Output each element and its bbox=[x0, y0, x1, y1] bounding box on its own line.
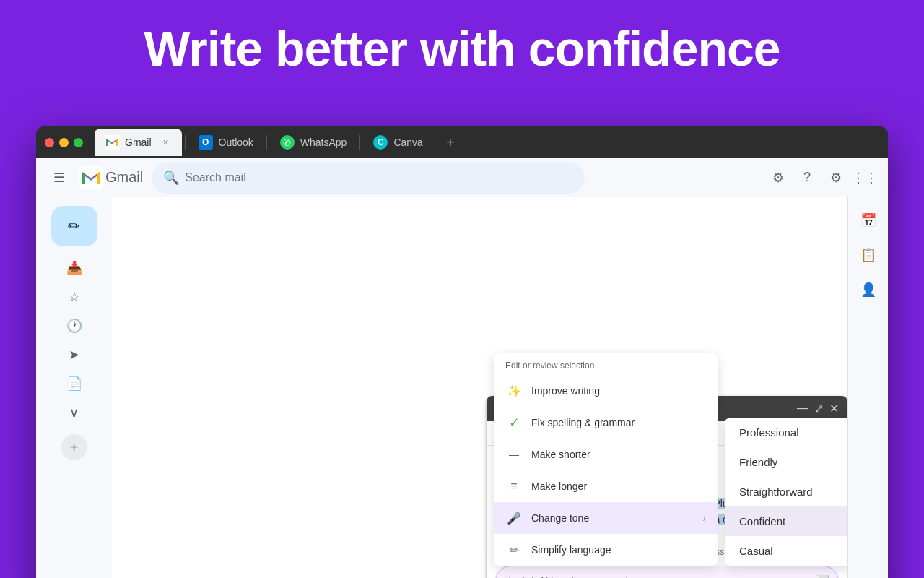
gmail-main-content: Meeting for Tomorrow at 10 am — ⤢ ✕ Reci… bbox=[112, 197, 847, 578]
tone-label: Change tone bbox=[531, 512, 694, 524]
shorter-icon: — bbox=[505, 446, 523, 463]
tab-whatsapp[interactable]: ✆ WhatsApp bbox=[270, 129, 357, 156]
shorter-label: Make shorter bbox=[531, 449, 706, 460]
sidebar-item-drafts[interactable]: 📄 bbox=[45, 371, 103, 397]
hamburger-icon: ☰ bbox=[53, 170, 65, 186]
dropdown-item-shorter[interactable]: — Make shorter bbox=[494, 439, 718, 470]
apps-icon[interactable]: ⋮⋮ bbox=[853, 166, 876, 189]
tone-friendly[interactable]: Friendly bbox=[725, 447, 847, 477]
sidebar-item-more[interactable]: ∨ bbox=[45, 400, 103, 426]
longer-icon: ≡ bbox=[505, 478, 523, 495]
hero-section: Write better with confidence bbox=[0, 0, 924, 126]
gmail-header-icons: ⚙ ? ⚙ ⋮⋮ bbox=[767, 166, 876, 189]
right-sidebar-calendar-icon[interactable]: 📅 bbox=[854, 206, 883, 235]
hero-title: Write better with confidence bbox=[0, 22, 924, 76]
maximize-button[interactable] bbox=[74, 138, 83, 147]
gmail-app: ☰ Gmail 🔍 ⚙ ? ⚙ ⋮⋮ bbox=[36, 158, 888, 578]
tab-gmail[interactable]: Gmail ✕ bbox=[95, 129, 182, 156]
tone-icon: 🎤 bbox=[505, 509, 523, 527]
tab-gmail-label: Gmail bbox=[125, 137, 152, 148]
minimize-button[interactable] bbox=[59, 138, 69, 147]
longer-label: Make longer bbox=[531, 480, 706, 492]
help-icon[interactable]: ? bbox=[796, 166, 819, 189]
dropdown-item-longer[interactable]: ≡ Make longer bbox=[494, 470, 718, 502]
tone-submenu: Professional Friendly Straightforward Co… bbox=[725, 418, 847, 566]
compose-button[interactable]: ✏ bbox=[51, 206, 97, 246]
compose-controls: — ⤢ ✕ bbox=[797, 402, 839, 415]
right-sidebar-add-icon[interactable]: + bbox=[854, 573, 883, 578]
right-sidebar-tasks-icon[interactable]: 📋 bbox=[854, 241, 883, 269]
gmail-icon bbox=[105, 135, 119, 150]
traffic-lights bbox=[45, 138, 83, 147]
tab-divider-1 bbox=[185, 135, 186, 150]
sidebar-item-sent[interactable]: ➤ bbox=[45, 342, 103, 368]
tone-professional[interactable]: Professional bbox=[725, 418, 847, 447]
sidebar-add-button[interactable]: + bbox=[61, 434, 87, 460]
gmail-search-bar[interactable]: 🔍 bbox=[152, 162, 585, 194]
new-tab-button[interactable]: + bbox=[439, 131, 462, 154]
compose-expand-button[interactable]: ⤢ bbox=[814, 402, 824, 415]
compose-close-button[interactable]: ✕ bbox=[829, 402, 839, 415]
settings-filter-icon[interactable]: ⚙ bbox=[767, 166, 790, 189]
gmail-right-sidebar: 📅 📋 👤 + bbox=[847, 197, 888, 578]
browser-titlebar: Gmail ✕ O Outlook ✆ WhatsApp bbox=[36, 126, 888, 158]
close-button[interactable] bbox=[45, 138, 54, 147]
sidebar-item-starred[interactable]: ☆ bbox=[45, 284, 103, 310]
right-sidebar-contacts-icon[interactable]: 👤 bbox=[854, 275, 883, 304]
ai-more-icon[interactable]: ••• bbox=[798, 575, 809, 578]
tab-outlook-label: Outlook bbox=[219, 137, 253, 148]
tab-whatsapp-label: WhatsApp bbox=[300, 137, 347, 148]
dropdown-header: Edit or review selection bbox=[494, 353, 718, 375]
dropdown-item-fix[interactable]: ✓ Fix spelling & grammar bbox=[494, 407, 718, 439]
tab-divider-2 bbox=[266, 135, 267, 150]
gmail-logo: Gmail bbox=[79, 166, 143, 189]
compose-window: Meeting for Tomorrow at 10 am — ⤢ ✕ Reci… bbox=[487, 396, 847, 578]
menu-icon[interactable]: ☰ bbox=[48, 166, 71, 189]
outlook-icon: O bbox=[199, 135, 213, 150]
simplify-icon: ✏ bbox=[505, 541, 523, 558]
browser-window: Gmail ✕ O Outlook ✆ WhatsApp bbox=[36, 126, 888, 578]
dropdown-item-tone[interactable]: 🎤 Change tone › bbox=[494, 502, 718, 534]
fix-label: Fix spelling & grammar bbox=[531, 417, 706, 428]
dropdown-item-simplify[interactable]: ✏ Simplify language bbox=[494, 534, 718, 566]
improve-icon: ✨ bbox=[505, 382, 523, 400]
ai-input[interactable] bbox=[520, 575, 777, 578]
compose-icon: ✏ bbox=[68, 217, 80, 235]
ai-expand-icon[interactable]: ⬜ bbox=[815, 574, 829, 579]
ai-dropdown-menu: Edit or review selection ✨ Improve writi… bbox=[494, 353, 718, 566]
dropdown-item-improve[interactable]: ✨ Improve writing bbox=[494, 375, 718, 407]
gmail-sidebar: ✏ 📥 ☆ 🕐 ➤ 📄 ∨ + bbox=[36, 197, 112, 578]
sidebar-item-inbox[interactable]: 📥 bbox=[45, 255, 103, 281]
tone-confident[interactable]: Confident bbox=[725, 506, 847, 536]
compose-minimize-button[interactable]: — bbox=[797, 402, 808, 415]
canva-icon: C bbox=[373, 135, 388, 150]
ai-bar[interactable]: ✦ ➤ ••• ⬜ bbox=[495, 566, 839, 578]
search-icon: 🔍 bbox=[163, 170, 179, 186]
settings-icon[interactable]: ⚙ bbox=[824, 166, 847, 189]
gmail-app-name: Gmail bbox=[105, 169, 143, 186]
gmail-header: ☰ Gmail 🔍 ⚙ ? ⚙ ⋮⋮ bbox=[36, 158, 888, 197]
tab-outlook[interactable]: O Outlook bbox=[188, 129, 263, 156]
ai-sparkle-icon: ✦ bbox=[505, 574, 514, 579]
simplify-label: Simplify language bbox=[531, 544, 706, 556]
tab-divider-3 bbox=[359, 135, 360, 150]
tone-arrow-icon: › bbox=[702, 512, 706, 524]
tab-canva-label: Canva bbox=[393, 137, 422, 148]
whatsapp-icon: ✆ bbox=[280, 135, 295, 150]
gmail-logo-icon bbox=[79, 166, 103, 189]
fix-icon: ✓ bbox=[505, 414, 523, 431]
improve-label: Improve writing bbox=[531, 385, 706, 397]
tone-casual[interactable]: Casual bbox=[725, 536, 847, 566]
tab-canva[interactable]: C Canva bbox=[363, 129, 432, 156]
tone-straightforward[interactable]: Straightforward bbox=[725, 477, 847, 506]
sidebar-item-snoozed[interactable]: 🕐 bbox=[45, 313, 103, 339]
search-input[interactable] bbox=[185, 171, 573, 184]
tab-bar: Gmail ✕ O Outlook ✆ WhatsApp bbox=[95, 126, 879, 158]
tab-close-button[interactable]: ✕ bbox=[160, 137, 172, 148]
gmail-body: ✏ 📥 ☆ 🕐 ➤ 📄 ∨ + Meeting for Tomorrow at … bbox=[36, 197, 888, 578]
ai-send-icon[interactable]: ➤ bbox=[783, 574, 793, 579]
